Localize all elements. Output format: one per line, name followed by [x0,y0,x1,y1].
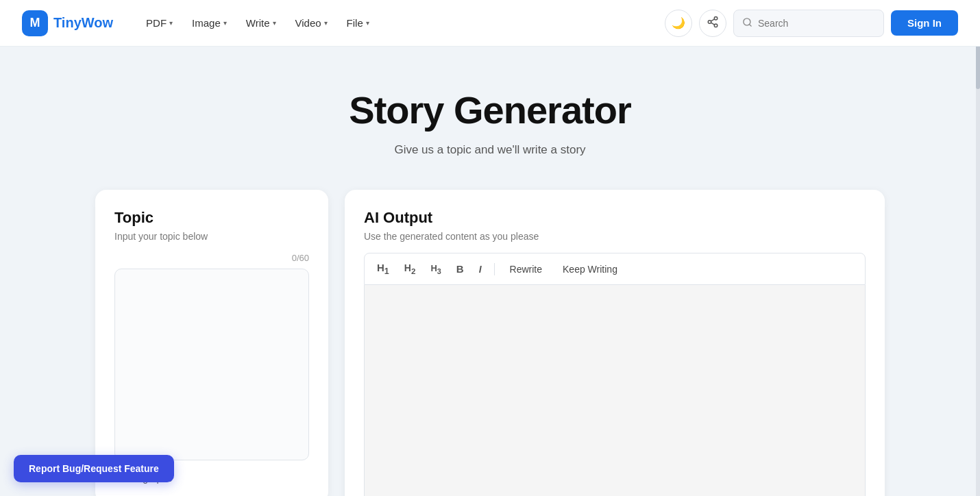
dark-mode-button[interactable]: 🌙 [665,10,692,37]
ai-panel-subtitle: Use the generated content as you please [364,231,866,242]
hero-section: Story Generator Give us a topic and we'l… [95,88,885,157]
scrollbar[interactable] [976,0,980,496]
chevron-down-icon: ▾ [324,19,328,27]
signin-button[interactable]: Sign In [891,10,958,36]
nav-item-write[interactable]: Write ▾ [238,12,284,34]
nav-item-file[interactable]: File ▾ [339,12,378,34]
search-bar[interactable] [733,10,884,37]
share-icon [707,16,719,31]
ai-panel-title: AI Output [364,209,866,227]
ai-toolbar: H1 H2 H3 B I Rewrite Keep Writing [364,253,866,285]
nav-item-image[interactable]: Image ▾ [184,12,235,34]
topic-panel-subtitle: Input your topic below [114,231,309,242]
rewrite-button[interactable]: Rewrite [504,262,548,277]
italic-button[interactable]: I [476,262,485,276]
bold-button[interactable]: B [454,262,467,276]
nav-item-video[interactable]: Video ▾ [287,12,336,34]
h3-button[interactable]: H3 [428,262,443,277]
svg-line-6 [749,24,751,26]
ai-output-panel: AI Output Use the generated content as y… [345,190,885,496]
chevron-down-icon: ▾ [169,19,173,27]
ai-output-area[interactable] [364,285,866,496]
h1-button[interactable]: H1 [374,260,392,277]
chevron-down-icon: ▾ [273,19,276,27]
logo-text: TinyWow [53,15,113,31]
topic-panel: Topic Input your topic below 0/60 # Para… [95,190,328,496]
chevron-down-icon: ▾ [223,19,227,27]
toolbar-separator [494,263,495,275]
svg-line-4 [711,18,714,21]
svg-line-3 [711,23,714,25]
char-count: 0/60 [114,253,309,263]
chevron-down-icon: ▾ [366,19,369,27]
report-bug-button[interactable]: Report Bug/Request Feature [14,455,174,482]
moon-icon: 🌙 [672,16,685,29]
topic-panel-title: Topic [114,209,309,227]
logo-icon: M [22,10,48,36]
nav-right: 🌙 Sign In [665,10,958,37]
page-title: Story Generator [95,88,885,132]
share-button[interactable] [699,10,726,37]
panels-container: Topic Input your topic below 0/60 # Para… [95,190,885,496]
logo[interactable]: M TinyWow [22,10,113,36]
navbar: M TinyWow PDF ▾ Image ▾ Write ▾ Video ▾ … [0,0,980,47]
keep-writing-button[interactable]: Keep Writing [557,262,623,277]
page-subtitle: Give us a topic and we'll write a story [95,143,885,157]
topic-textarea[interactable] [114,269,309,460]
search-icon [742,17,752,29]
search-input[interactable] [758,18,875,29]
nav-item-pdf[interactable]: PDF ▾ [138,12,181,34]
h2-button[interactable]: H2 [402,261,419,277]
main-content: Story Generator Give us a topic and we'l… [79,47,901,496]
nav-menu: PDF ▾ Image ▾ Write ▾ Video ▾ File ▾ [138,12,665,34]
